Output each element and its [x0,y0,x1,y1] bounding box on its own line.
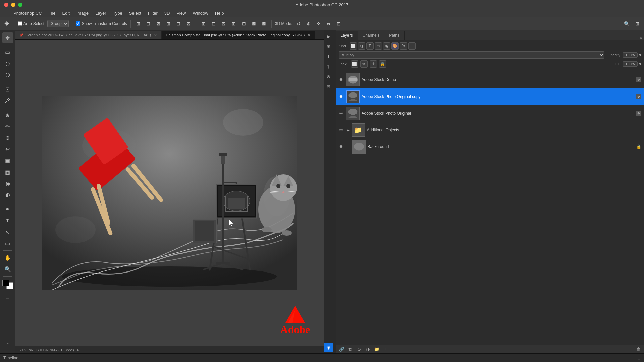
crop-tool[interactable]: ⊡ [2,84,13,95]
distribute-spacing-btn[interactable]: ⊠ [260,20,268,28]
layer-item-additional[interactable]: 👁 ▶ 📁 Additional Objects [336,122,644,138]
tab-paths[interactable]: Paths [384,31,405,40]
3d-slide-btn[interactable]: ⇔ [325,20,333,28]
fill-dropdown-icon[interactable]: ▾ [639,61,641,67]
layer-item-background[interactable]: 👁 Background 🔒 [336,138,644,155]
filter-adjustment-btn[interactable]: ◑ [358,42,365,50]
distribute-left-btn[interactable]: ⊞ [200,20,208,28]
hand-tool[interactable]: ✋ [2,252,13,263]
show-transform-control[interactable]: Show Transform Controls [76,21,127,26]
menu-select[interactable]: Select [126,10,144,16]
lock-pixels-btn[interactable]: ⬜ [351,60,358,68]
layer-item-stock-orig[interactable]: 👁 Adobe Stock Photo Original ⊙ [336,105,644,122]
clone-stamp-tool[interactable]: ⊗ [2,132,13,143]
zoom-tool[interactable]: 🔍 [2,264,13,275]
menu-filter[interactable]: Filter [145,10,160,16]
tab-halsman[interactable]: Halsman Compoiste Final.psd @ 50% (Adobe… [162,31,315,39]
tab-halsman-close[interactable]: ✕ [307,33,311,38]
layer-mask-btn[interactable]: ⊙ [356,346,363,353]
visibility-stock-copy[interactable]: 👁 [339,94,344,99]
visibility-stock-orig[interactable]: 👁 [339,111,344,116]
color-swatches[interactable] [2,280,13,289]
visibility-stock-demo[interactable]: 👁 [339,77,344,82]
text-tool[interactable]: T [2,215,13,226]
blur-tool[interactable]: ◉ [2,178,13,189]
menu-window[interactable]: Window [190,10,211,16]
tab-screenshot[interactable]: 📌 Screen Shot 2017-06-27 at 12.39.57 PM.… [15,31,162,39]
tab-layers[interactable]: Layers [336,31,358,40]
filter-color-btn[interactable]: 🎨 [391,42,399,50]
quick-select-tool[interactable]: ⬡ [2,69,13,80]
timeline-collapse-btn[interactable]: ⊟ [637,356,641,360]
lock-artboard-btn[interactable]: ✛ [370,60,377,68]
history-brush-tool[interactable]: ↩ [2,144,13,155]
menu-view[interactable]: View [174,10,189,16]
menu-image[interactable]: Image [74,10,91,16]
canvas-container[interactable]: Adobe [15,40,324,346]
panel-collapse-btn[interactable]: « [640,35,642,40]
link-layers-btn[interactable]: 🔗 [338,346,345,353]
side-icon-1[interactable]: ▶ [324,32,333,41]
apple-menu[interactable] [3,13,8,14]
distribute-bottom-btn[interactable]: ⊠ [250,20,258,28]
filter-pixel-btn[interactable]: ⬜ [350,42,357,50]
side-icon-brush[interactable]: ◉ [324,343,333,352]
eyedropper-tool[interactable]: 🖋 [2,95,13,106]
panel-toggle-btn[interactable]: » [2,338,13,349]
show-transform-checkbox[interactable] [76,21,80,26]
menu-3d[interactable]: 3D [162,10,173,16]
menu-edit[interactable]: Edit [60,10,72,16]
expand-additional[interactable]: ▶ [347,128,350,132]
lasso-tool[interactable]: ◌ [2,58,13,69]
lock-all-btn[interactable]: 🔒 [379,60,386,68]
align-center-h-btn[interactable]: ⊟ [144,20,152,28]
path-selection-tool[interactable]: ↖ [2,227,13,237]
3d-pan-btn[interactable]: ✛ [315,20,323,28]
menu-file[interactable]: File [46,10,58,16]
eraser-tool[interactable]: ▣ [2,155,13,166]
3d-orbit-btn[interactable]: ↺ [294,20,303,28]
status-arrow[interactable]: ▶ [77,348,79,352]
side-icon-3[interactable]: T [324,52,333,61]
delete-layer-btn[interactable]: 🗑 [635,346,642,353]
shape-tool[interactable]: ▭ [2,238,13,249]
pen-tool[interactable]: ✒ [2,204,13,215]
extra-tools-btn[interactable]: ··· [2,293,13,303]
3d-roll-btn[interactable]: ⊕ [305,20,313,28]
close-button[interactable] [4,3,8,7]
filter-smart-btn[interactable]: ◉ [383,42,390,50]
distribute-center-h-btn[interactable]: ⊟ [210,20,218,28]
auto-select-control[interactable]: Auto-Select: [18,21,45,26]
side-icon-properties[interactable]: ⊟ [324,82,333,91]
opacity-value[interactable]: 100% [623,52,638,58]
3d-scale-btn[interactable]: ⊡ [335,20,343,28]
visibility-additional[interactable]: 👁 [339,128,344,133]
new-layer-btn[interactable]: + [382,346,389,353]
distribute-top-btn[interactable]: ⊞ [230,20,238,28]
side-icon-adjustment[interactable]: ⊙ [324,72,333,81]
align-left-btn[interactable]: ⊞ [134,20,142,28]
visibility-background[interactable]: 👁 [339,144,344,149]
minimize-button[interactable] [11,3,15,7]
group-layers-btn[interactable]: 📁 [373,346,380,353]
move-tool-btn[interactable]: ✥ [3,20,11,28]
arrange-btn[interactable]: ⊞ [633,20,641,28]
align-right-btn[interactable]: ⊠ [154,20,162,28]
search-btn[interactable]: 🔍 [623,20,631,28]
distribute-right-btn[interactable]: ⊠ [220,20,228,28]
opacity-dropdown-icon[interactable]: ▾ [639,52,641,58]
move-tool[interactable]: ✥ [2,32,13,43]
side-icon-4[interactable]: ¶ [324,62,333,71]
filter-type-btn[interactable]: T [366,42,374,50]
auto-select-checkbox[interactable] [18,21,22,26]
filter-shape-btn[interactable]: ▭ [375,42,382,50]
brush-tool[interactable]: ✏ [2,121,13,132]
adjustment-layer-btn[interactable]: ◑ [364,346,372,353]
lock-position-btn[interactable]: ✏ [360,60,368,68]
menu-layer[interactable]: Layer [93,10,109,16]
layer-style-btn[interactable]: fx [347,346,354,353]
align-top-btn[interactable]: ⊞ [164,20,172,28]
align-center-v-btn[interactable]: ⊟ [174,20,182,28]
layer-item-stock-copy[interactable]: 👁 Adobe Stock Photo Original copy ⊙ [336,88,644,105]
layer-item-stock-demo[interactable]: 👁 Adobe Stock Demo ⊙ [336,71,644,88]
